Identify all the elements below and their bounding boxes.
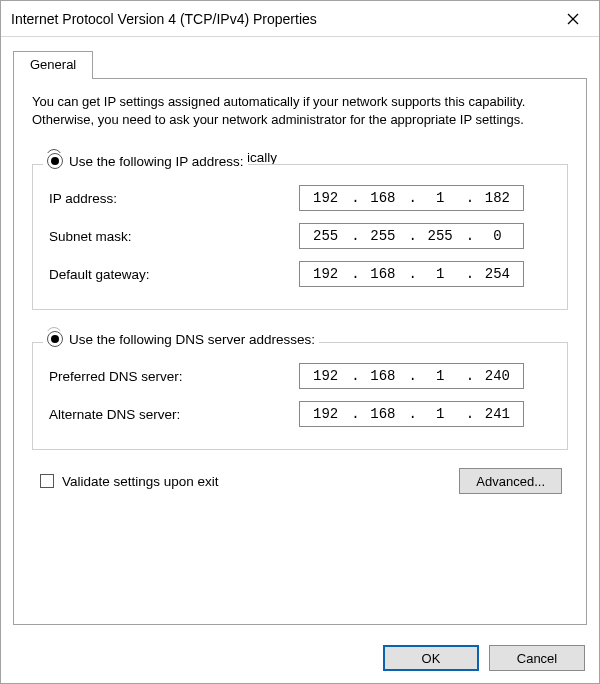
label-preferred-dns: Preferred DNS server: xyxy=(49,369,299,384)
window-title: Internet Protocol Version 4 (TCP/IPv4) P… xyxy=(11,11,553,27)
radio-icon xyxy=(47,153,63,169)
field-ip-address: IP address: . . . xyxy=(49,179,551,217)
ip-octet[interactable] xyxy=(300,367,351,385)
ip-octet[interactable] xyxy=(415,405,466,423)
label-default-gateway: Default gateway: xyxy=(49,267,299,282)
tabstrip: General xyxy=(13,51,587,78)
ip-octet[interactable] xyxy=(472,405,523,423)
close-button[interactable] xyxy=(553,5,593,33)
tabpanel-general: You can get IP settings assigned automat… xyxy=(13,78,587,625)
radio-ip-manual-label: Use the following IP address: xyxy=(69,154,244,169)
ip-octet[interactable] xyxy=(357,189,408,207)
row-validate-advanced: Validate settings upon exit Advanced... xyxy=(32,468,568,494)
input-default-gateway[interactable]: . . . xyxy=(299,261,524,287)
tab-general[interactable]: General xyxy=(13,51,93,79)
radio-dns-manual-label: Use the following DNS server addresses: xyxy=(69,332,315,347)
ip-octet[interactable] xyxy=(357,227,408,245)
field-alternate-dns: Alternate DNS server: . . . xyxy=(49,395,551,433)
ok-button[interactable]: OK xyxy=(383,645,479,671)
ip-octet[interactable] xyxy=(300,265,351,283)
dialog-body: General You can get IP settings assigned… xyxy=(1,37,599,635)
titlebar: Internet Protocol Version 4 (TCP/IPv4) P… xyxy=(1,1,599,37)
ip-octet[interactable] xyxy=(357,367,408,385)
radio-ip-manual[interactable]: Use the following IP address: xyxy=(43,153,248,169)
ip-octet[interactable] xyxy=(300,405,351,423)
input-alternate-dns[interactable]: . . . xyxy=(299,401,524,427)
advanced-button[interactable]: Advanced... xyxy=(459,468,562,494)
field-preferred-dns: Preferred DNS server: . . . xyxy=(49,357,551,395)
ip-octet[interactable] xyxy=(300,189,351,207)
radio-icon xyxy=(47,331,63,347)
input-preferred-dns[interactable]: . . . xyxy=(299,363,524,389)
ip-octet[interactable] xyxy=(357,405,408,423)
ip-octet[interactable] xyxy=(300,227,351,245)
input-subnet-mask[interactable]: . . . xyxy=(299,223,524,249)
intro-text: You can get IP settings assigned automat… xyxy=(32,93,568,128)
ip-octet[interactable] xyxy=(472,265,523,283)
ip-octet[interactable] xyxy=(472,189,523,207)
ip-octet[interactable] xyxy=(357,265,408,283)
ip-octet[interactable] xyxy=(472,367,523,385)
group-ip: Use the following IP address: IP address… xyxy=(32,164,568,310)
checkbox-validate[interactable] xyxy=(40,474,54,488)
label-alternate-dns: Alternate DNS server: xyxy=(49,407,299,422)
ip-octet[interactable] xyxy=(415,227,466,245)
ip-octet[interactable] xyxy=(415,265,466,283)
group-dns: Use the following DNS server addresses: … xyxy=(32,342,568,450)
label-validate: Validate settings upon exit xyxy=(62,474,219,489)
label-subnet-mask: Subnet mask: xyxy=(49,229,299,244)
input-ip-address[interactable]: . . . xyxy=(299,185,524,211)
dialog-window: Internet Protocol Version 4 (TCP/IPv4) P… xyxy=(0,0,600,684)
field-default-gateway: Default gateway: . . . xyxy=(49,255,551,293)
ip-octet[interactable] xyxy=(472,227,523,245)
radio-dns-manual[interactable]: Use the following DNS server addresses: xyxy=(43,331,319,347)
ip-octet[interactable] xyxy=(415,189,466,207)
dialog-footer: OK Cancel xyxy=(1,635,599,683)
close-icon xyxy=(567,13,579,25)
label-ip-address: IP address: xyxy=(49,191,299,206)
ip-octet[interactable] xyxy=(415,367,466,385)
field-subnet-mask: Subnet mask: . . . xyxy=(49,217,551,255)
cancel-button[interactable]: Cancel xyxy=(489,645,585,671)
